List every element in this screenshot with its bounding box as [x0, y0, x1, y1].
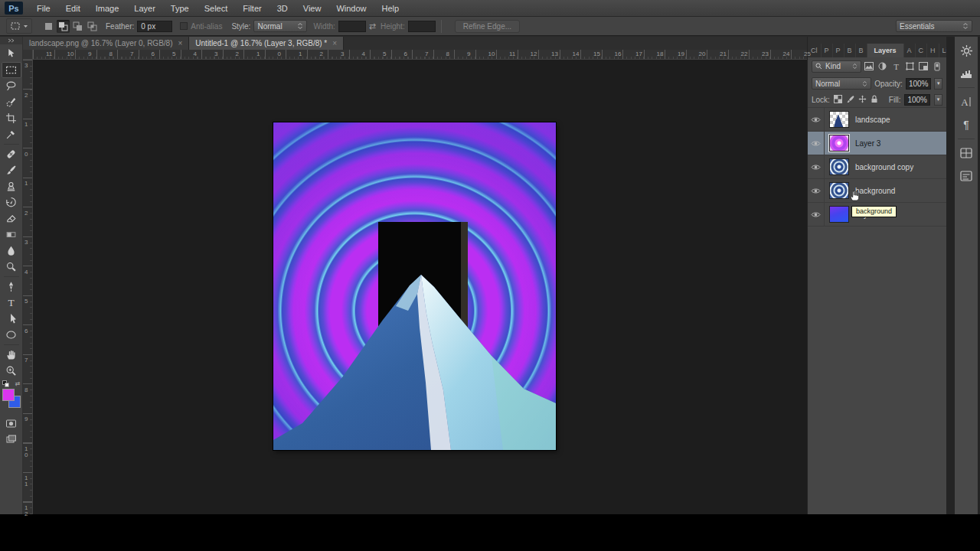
rectangular-marquee-tool[interactable] — [2, 62, 21, 78]
layer-visibility-toggle[interactable] — [808, 203, 825, 226]
adjustments-panel-icon[interactable] — [957, 41, 975, 60]
layer-visibility-toggle[interactable] — [808, 179, 825, 202]
zoom-tool[interactable] — [2, 363, 21, 379]
antialias-checkbox[interactable] — [180, 22, 188, 30]
tab-layers[interactable]: Layers — [867, 44, 904, 57]
pasteboard[interactable] — [33, 60, 807, 514]
menu-item-3d[interactable]: 3D — [270, 0, 296, 17]
document-tab[interactable]: Untitled-1 @ 16.7% (Layer 3, RGB/8) *× — [189, 37, 344, 50]
layer-row-landscape[interactable]: landscape — [808, 108, 946, 132]
ruler-origin-corner[interactable] — [23, 50, 33, 60]
screen-mode-button[interactable] — [2, 432, 21, 448]
filter-toggle-icon[interactable] — [931, 61, 942, 72]
paragraph-panel-icon[interactable]: ¶ — [957, 116, 975, 134]
layer-row-background-copy[interactable]: background copy — [808, 155, 946, 179]
eyedropper-tool[interactable] — [2, 126, 21, 142]
spot-healing-brush-tool[interactable] — [2, 146, 21, 162]
menu-item-image[interactable]: Image — [88, 0, 127, 17]
lock-pixels-icon[interactable] — [846, 95, 854, 105]
menu-item-file[interactable]: File — [29, 0, 58, 17]
horizontal-ruler[interactable]: 1110987654321012345678910111213141516171… — [33, 50, 807, 60]
eye-icon[interactable] — [811, 140, 821, 147]
menu-item-window[interactable]: Window — [328, 0, 374, 17]
eye-icon[interactable] — [811, 116, 821, 123]
swap-dimensions-icon[interactable]: ⇄ — [369, 21, 376, 31]
pen-tool[interactable] — [2, 279, 21, 295]
layer-row-background[interactable]: background — [808, 179, 946, 203]
layer-visibility-toggle[interactable] — [808, 132, 825, 155]
layer-thumbnail[interactable] — [829, 135, 849, 152]
info-panel-icon[interactable] — [957, 144, 975, 162]
feather-input[interactable] — [137, 21, 172, 32]
new-selection-button[interactable] — [42, 20, 55, 33]
opacity-value[interactable]: 100% — [906, 78, 932, 90]
eraser-tool[interactable] — [2, 210, 21, 227]
blend-mode-select[interactable]: Normal — [812, 77, 871, 90]
lock-transparency-icon[interactable] — [834, 95, 842, 105]
clone-stamp-tool[interactable] — [2, 178, 21, 194]
menu-item-view[interactable]: View — [296, 0, 329, 17]
eye-icon[interactable] — [811, 164, 821, 171]
panel-tab-p[interactable]: P — [822, 44, 833, 57]
hand-tool[interactable] — [2, 347, 21, 363]
path-selection-tool[interactable] — [2, 311, 21, 327]
layer-visibility-toggle[interactable] — [808, 108, 825, 131]
layer-thumbnail[interactable] — [829, 206, 849, 223]
swap-colors-icon[interactable]: ⇄ — [15, 380, 21, 387]
character-panel-icon[interactable]: A — [957, 93, 975, 111]
canvas[interactable] — [273, 122, 556, 450]
menu-item-help[interactable]: Help — [374, 0, 407, 17]
fill-value[interactable]: 100% — [904, 94, 930, 106]
intersect-selection-button[interactable] — [86, 20, 99, 33]
shape-tool[interactable] — [2, 327, 21, 343]
filter-adjustment-layers-icon[interactable] — [877, 61, 889, 72]
filter-type-layers-icon[interactable]: T — [890, 61, 902, 72]
layer-row-layer-3[interactable]: Layer 3 — [808, 132, 946, 155]
vertical-ruler[interactable]: 32101234567891 01 11 2 — [23, 60, 33, 514]
move-tool[interactable] — [2, 46, 21, 62]
add-to-selection-button[interactable] — [57, 20, 70, 33]
filter-shape-layers-icon[interactable] — [904, 61, 916, 72]
menu-item-select[interactable]: Select — [197, 0, 236, 17]
panel-tab-p[interactable]: P — [833, 44, 844, 57]
style-select[interactable]: Normal — [253, 20, 307, 32]
filter-kind-select[interactable]: Kind — [812, 60, 861, 73]
eye-icon[interactable] — [811, 187, 821, 194]
lock-position-icon[interactable] — [858, 95, 867, 105]
panel-tab-c[interactable]: C — [916, 44, 928, 57]
blur-tool[interactable] — [2, 243, 21, 259]
close-tab-icon[interactable]: × — [178, 39, 182, 47]
foreground-color-swatch[interactable] — [2, 389, 15, 401]
layer-thumbnail[interactable] — [829, 111, 849, 128]
quick-mask-button[interactable] — [2, 416, 21, 432]
panel-tab-b[interactable]: B — [844, 44, 856, 57]
refine-edge-button[interactable]: Refine Edge... — [455, 20, 520, 33]
dodge-tool[interactable] — [2, 259, 21, 275]
panel-tab-a[interactable]: A — [904, 44, 916, 57]
menu-item-edit[interactable]: Edit — [58, 0, 88, 17]
filter-smart-objects-icon[interactable] — [918, 61, 929, 72]
collapse-tools-icon[interactable] — [0, 37, 22, 44]
default-colors-icon[interactable] — [2, 380, 10, 387]
history-brush-tool[interactable] — [2, 194, 21, 210]
panel-tab-h[interactable]: H — [927, 44, 939, 57]
menu-item-type[interactable]: Type — [163, 0, 197, 17]
tool-preset-picker[interactable] — [6, 18, 32, 34]
quick-selection-tool[interactable] — [2, 94, 21, 110]
document-tab[interactable]: landscape.png @ 16.7% (Layer 0, RGB/8)× — [23, 37, 189, 50]
workspace-select[interactable]: Essentials — [896, 20, 972, 32]
lock-all-icon[interactable] — [871, 95, 878, 105]
lasso-tool[interactable] — [2, 78, 21, 94]
crop-tool[interactable] — [2, 110, 21, 126]
gradient-tool[interactable] — [2, 227, 21, 243]
filter-pixel-layers-icon[interactable] — [864, 61, 875, 72]
type-tool[interactable]: T — [2, 295, 21, 311]
panel-tab-b[interactable]: B — [856, 44, 867, 57]
menu-item-layer[interactable]: Layer — [126, 0, 163, 17]
height-input[interactable] — [408, 21, 436, 32]
brush-tool[interactable] — [2, 162, 21, 178]
properties-panel-icon[interactable] — [957, 167, 975, 185]
width-input[interactable] — [338, 21, 366, 32]
layer-thumbnail[interactable] — [829, 158, 849, 175]
layer-visibility-toggle[interactable] — [808, 155, 825, 178]
